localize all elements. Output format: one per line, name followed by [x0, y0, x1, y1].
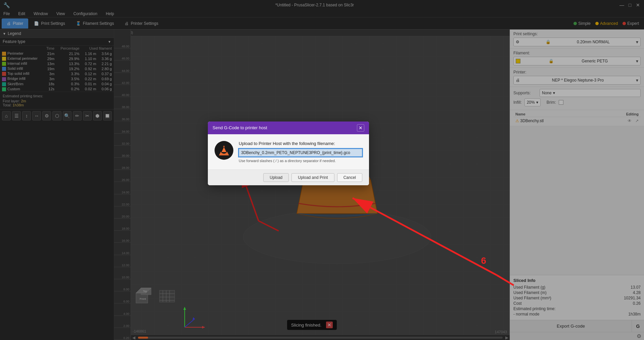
dialog-footer: Upload Upload and Print Cancel — [208, 169, 369, 185]
upload-and-print-button[interactable]: Upload and Print — [291, 173, 334, 182]
dialog-logo — [215, 141, 233, 160]
dialog-content: Upload to Printer Host with the followin… — [239, 141, 362, 163]
send-gcode-dialog: Send G-Code to printer host ✕ Upload to … — [208, 122, 369, 185]
dialog-overlay: Send G-Code to printer host ✕ Upload to … — [0, 0, 644, 340]
svg-line-29 — [353, 198, 497, 275]
dialog-close-button[interactable]: ✕ — [357, 124, 364, 132]
svg-line-30 — [497, 275, 514, 285]
prusa-logo-svg — [216, 143, 232, 158]
upload-button[interactable]: Upload — [263, 173, 289, 182]
dialog-hint: Use forward slashes ( / ) as a directory… — [239, 159, 362, 163]
annotation-6: 6 — [481, 255, 486, 266]
dialog-body: Upload to Printer Host with the followin… — [208, 134, 369, 169]
dialog-title-bar: Send G-Code to printer host ✕ — [208, 122, 369, 134]
dialog-filename-input[interactable] — [239, 149, 362, 157]
dialog-title: Send G-Code to printer host — [213, 125, 267, 130]
cancel-button[interactable]: Cancel — [337, 173, 362, 182]
dialog-upload-title: Upload to Printer Host with the followin… — [239, 141, 362, 146]
